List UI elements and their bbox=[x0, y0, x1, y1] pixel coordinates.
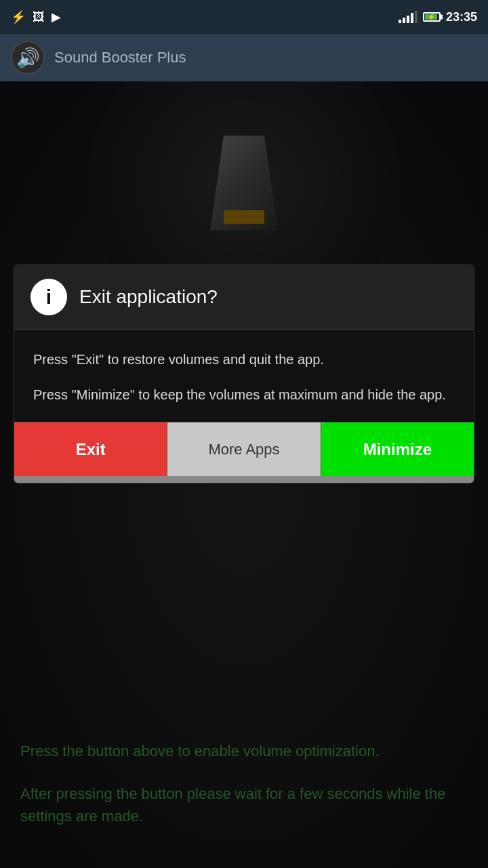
dialog-title: Exit application? bbox=[79, 286, 218, 308]
dialog-body-text-1: Press "Exit" to restore volumes and quit… bbox=[33, 349, 455, 370]
signal-bar-2 bbox=[403, 18, 405, 23]
usb-icon: ⚡ bbox=[11, 9, 26, 24]
app-icon: 🔊 bbox=[11, 41, 45, 75]
signal-bar-1 bbox=[399, 20, 401, 23]
dialog-header: i Exit application? bbox=[14, 265, 474, 330]
signal-bar-3 bbox=[407, 16, 409, 23]
signal-bars bbox=[399, 11, 418, 23]
play-icon: ▶ bbox=[52, 9, 61, 24]
dialog-body: Press "Exit" to restore volumes and quit… bbox=[14, 330, 474, 422]
dialog-footer bbox=[14, 476, 474, 483]
status-right-icons: ⚡ 23:35 bbox=[399, 10, 477, 24]
battery-fill: ⚡ bbox=[425, 14, 437, 20]
status-bar: ⚡ 🖼 ▶ ⚡ 23:35 bbox=[0, 0, 488, 34]
dialog-body-text-2: Press "Minimize" to keep the volumes at … bbox=[33, 384, 455, 406]
signal-bar-4 bbox=[411, 13, 413, 23]
dialog-buttons: Exit More Apps Minimize bbox=[14, 422, 474, 476]
battery-icon: ⚡ bbox=[423, 12, 441, 22]
speaker-icon: 🔊 bbox=[16, 47, 40, 69]
exit-dialog: i Exit application? Press "Exit" to rest… bbox=[14, 264, 474, 484]
app-title: Sound Booster Plus bbox=[54, 49, 186, 66]
more-apps-button[interactable]: More Apps bbox=[167, 422, 321, 476]
app-bar: 🔊 Sound Booster Plus bbox=[0, 34, 488, 81]
info-icon: i bbox=[46, 285, 52, 309]
minimize-button[interactable]: Minimize bbox=[321, 422, 474, 476]
info-icon-circle: i bbox=[30, 279, 67, 315]
exit-button[interactable]: Exit bbox=[14, 422, 167, 476]
signal-bar-5 bbox=[415, 11, 418, 23]
status-left-icons: ⚡ 🖼 ▶ bbox=[11, 9, 61, 24]
battery-bolt-icon: ⚡ bbox=[428, 14, 435, 20]
image-icon: 🖼 bbox=[33, 10, 45, 24]
status-time: 23:35 bbox=[446, 10, 477, 24]
dialog-overlay: i Exit application? Press "Exit" to rest… bbox=[0, 81, 488, 868]
